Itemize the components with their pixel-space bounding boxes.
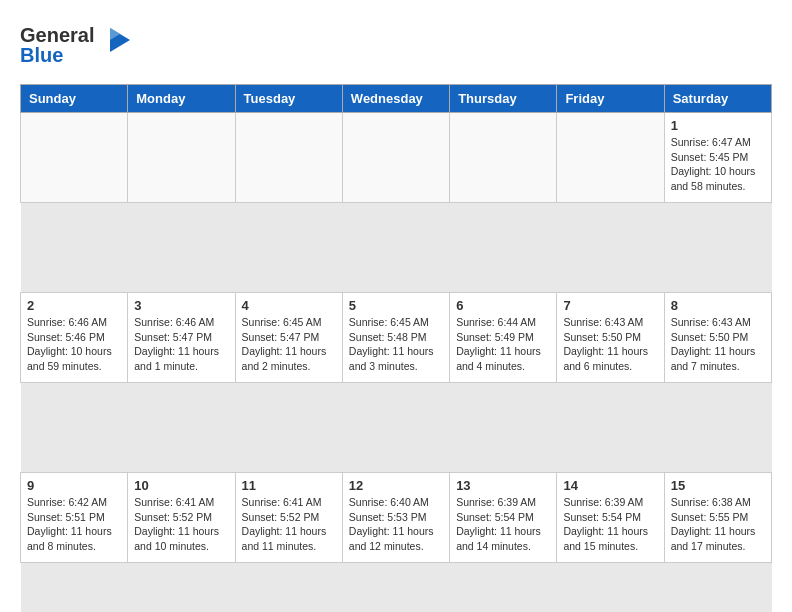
- day-info: Sunrise: 6:38 AM Sunset: 5:55 PM Dayligh…: [671, 495, 765, 554]
- day-number: 8: [671, 298, 765, 313]
- day-info: Sunrise: 6:39 AM Sunset: 5:54 PM Dayligh…: [456, 495, 550, 554]
- calendar-cell: [21, 113, 128, 203]
- week-row-2: 9Sunrise: 6:42 AM Sunset: 5:51 PM Daylig…: [21, 473, 772, 563]
- calendar-cell: 15Sunrise: 6:38 AM Sunset: 5:55 PM Dayli…: [664, 473, 771, 563]
- day-number: 2: [27, 298, 121, 313]
- weekday-header-friday: Friday: [557, 85, 664, 113]
- day-info: Sunrise: 6:45 AM Sunset: 5:47 PM Dayligh…: [242, 315, 336, 374]
- row-separator: [21, 563, 772, 613]
- calendar-cell: [557, 113, 664, 203]
- weekday-header-saturday: Saturday: [664, 85, 771, 113]
- row-separator: [21, 383, 772, 473]
- week-row-0: 1Sunrise: 6:47 AM Sunset: 5:45 PM Daylig…: [21, 113, 772, 203]
- calendar-cell: [128, 113, 235, 203]
- day-info: Sunrise: 6:43 AM Sunset: 5:50 PM Dayligh…: [563, 315, 657, 374]
- calendar-cell: 5Sunrise: 6:45 AM Sunset: 5:48 PM Daylig…: [342, 293, 449, 383]
- day-info: Sunrise: 6:43 AM Sunset: 5:50 PM Dayligh…: [671, 315, 765, 374]
- weekday-header-row: SundayMondayTuesdayWednesdayThursdayFrid…: [21, 85, 772, 113]
- weekday-header-sunday: Sunday: [21, 85, 128, 113]
- day-info: Sunrise: 6:40 AM Sunset: 5:53 PM Dayligh…: [349, 495, 443, 554]
- header: General Blue: [20, 20, 772, 74]
- day-info: Sunrise: 6:41 AM Sunset: 5:52 PM Dayligh…: [242, 495, 336, 554]
- calendar-cell: [235, 113, 342, 203]
- calendar-cell: 11Sunrise: 6:41 AM Sunset: 5:52 PM Dayli…: [235, 473, 342, 563]
- calendar-cell: 7Sunrise: 6:43 AM Sunset: 5:50 PM Daylig…: [557, 293, 664, 383]
- row-separator: [21, 203, 772, 293]
- day-number: 13: [456, 478, 550, 493]
- logo-text: General Blue: [20, 20, 130, 74]
- weekday-header-wednesday: Wednesday: [342, 85, 449, 113]
- svg-text:Blue: Blue: [20, 44, 63, 66]
- day-info: Sunrise: 6:39 AM Sunset: 5:54 PM Dayligh…: [563, 495, 657, 554]
- calendar-cell: 4Sunrise: 6:45 AM Sunset: 5:47 PM Daylig…: [235, 293, 342, 383]
- day-number: 6: [456, 298, 550, 313]
- calendar-cell: 6Sunrise: 6:44 AM Sunset: 5:49 PM Daylig…: [450, 293, 557, 383]
- day-number: 4: [242, 298, 336, 313]
- logo: General Blue: [20, 20, 130, 74]
- weekday-header-tuesday: Tuesday: [235, 85, 342, 113]
- svg-text:General: General: [20, 24, 94, 46]
- day-info: Sunrise: 6:46 AM Sunset: 5:47 PM Dayligh…: [134, 315, 228, 374]
- calendar-cell: 1Sunrise: 6:47 AM Sunset: 5:45 PM Daylig…: [664, 113, 771, 203]
- day-number: 14: [563, 478, 657, 493]
- calendar-cell: 10Sunrise: 6:41 AM Sunset: 5:52 PM Dayli…: [128, 473, 235, 563]
- calendar-cell: 3Sunrise: 6:46 AM Sunset: 5:47 PM Daylig…: [128, 293, 235, 383]
- day-info: Sunrise: 6:46 AM Sunset: 5:46 PM Dayligh…: [27, 315, 121, 374]
- day-number: 10: [134, 478, 228, 493]
- calendar-cell: 2Sunrise: 6:46 AM Sunset: 5:46 PM Daylig…: [21, 293, 128, 383]
- calendar-table: SundayMondayTuesdayWednesdayThursdayFrid…: [20, 84, 772, 612]
- day-number: 5: [349, 298, 443, 313]
- calendar-cell: 12Sunrise: 6:40 AM Sunset: 5:53 PM Dayli…: [342, 473, 449, 563]
- day-number: 9: [27, 478, 121, 493]
- day-number: 15: [671, 478, 765, 493]
- calendar-cell: 14Sunrise: 6:39 AM Sunset: 5:54 PM Dayli…: [557, 473, 664, 563]
- day-number: 11: [242, 478, 336, 493]
- day-info: Sunrise: 6:42 AM Sunset: 5:51 PM Dayligh…: [27, 495, 121, 554]
- calendar-cell: [450, 113, 557, 203]
- day-info: Sunrise: 6:45 AM Sunset: 5:48 PM Dayligh…: [349, 315, 443, 374]
- calendar-cell: [342, 113, 449, 203]
- calendar-cell: 13Sunrise: 6:39 AM Sunset: 5:54 PM Dayli…: [450, 473, 557, 563]
- calendar-cell: 8Sunrise: 6:43 AM Sunset: 5:50 PM Daylig…: [664, 293, 771, 383]
- calendar-cell: 9Sunrise: 6:42 AM Sunset: 5:51 PM Daylig…: [21, 473, 128, 563]
- weekday-header-monday: Monday: [128, 85, 235, 113]
- day-info: Sunrise: 6:47 AM Sunset: 5:45 PM Dayligh…: [671, 135, 765, 194]
- day-number: 7: [563, 298, 657, 313]
- day-info: Sunrise: 6:41 AM Sunset: 5:52 PM Dayligh…: [134, 495, 228, 554]
- day-info: Sunrise: 6:44 AM Sunset: 5:49 PM Dayligh…: [456, 315, 550, 374]
- day-number: 12: [349, 478, 443, 493]
- weekday-header-thursday: Thursday: [450, 85, 557, 113]
- day-number: 1: [671, 118, 765, 133]
- page: General Blue SundayMondayTuesdayWednesda…: [0, 0, 792, 612]
- week-row-1: 2Sunrise: 6:46 AM Sunset: 5:46 PM Daylig…: [21, 293, 772, 383]
- day-number: 3: [134, 298, 228, 313]
